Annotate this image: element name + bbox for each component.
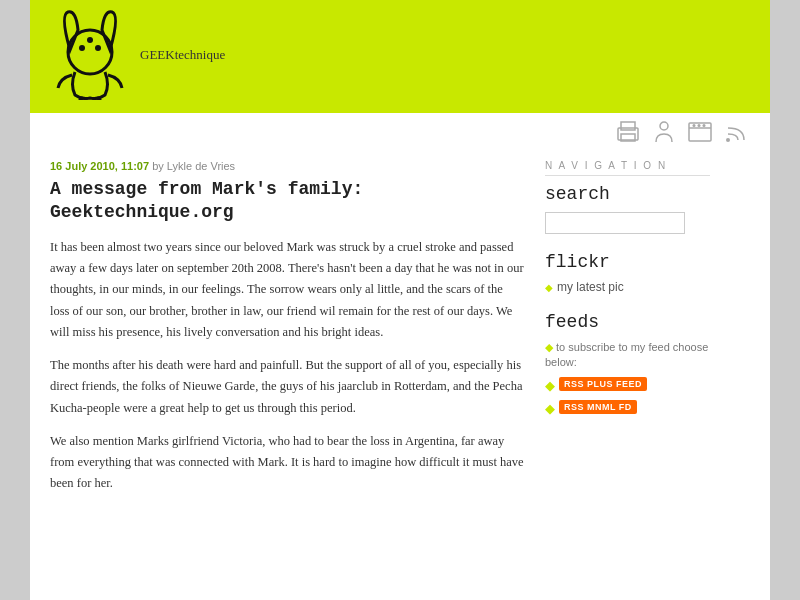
right-sidebar xyxy=(730,160,750,507)
feed-icon[interactable] xyxy=(722,118,750,146)
search-widget: search xyxy=(545,184,710,234)
site-header: GEEKtechnique xyxy=(30,0,770,110)
post-paragraph-1: It has been almost two years since our b… xyxy=(50,237,525,343)
person-icon[interactable] xyxy=(650,118,678,146)
svg-point-13 xyxy=(726,138,730,142)
feed-mini-badge[interactable]: RSS MNML FD xyxy=(559,400,637,414)
post-body: It has been almost two years since our b… xyxy=(50,237,525,495)
svg-point-11 xyxy=(698,124,701,127)
post-author: Lykle de Vries xyxy=(167,160,235,172)
diamond-icon-feeds: ◆ xyxy=(545,341,553,353)
svg-point-3 xyxy=(87,37,93,43)
main-content: 16 July 2010, 11:07 by Lykle de Vries A … xyxy=(50,160,525,507)
post-by: by xyxy=(152,160,164,172)
svg-rect-5 xyxy=(621,122,635,130)
post-title: A message from Mark's family: Geektechni… xyxy=(50,178,525,225)
feed-plus-badge[interactable]: RSS PLUS FEED xyxy=(559,377,647,391)
nav-section-title: N A V I G A T I O N xyxy=(545,160,710,176)
post-meta: 16 July 2010, 11:07 by Lykle de Vries xyxy=(50,160,525,172)
flickr-link-row: ◆ my latest pic xyxy=(545,280,710,294)
svg-point-2 xyxy=(95,45,101,51)
post-paragraph-3: We also mention Marks girlfriend Victori… xyxy=(50,431,525,495)
printer-icon[interactable] xyxy=(614,118,642,146)
search-input[interactable] xyxy=(545,212,685,234)
feeds-widget: feeds ◆ to subscribe to my feed choose b… xyxy=(545,312,710,418)
diamond-icon-plus: ◆ xyxy=(545,378,555,393)
feeds-heading: feeds xyxy=(545,312,710,332)
svg-point-10 xyxy=(693,124,696,127)
post-paragraph-2: The months after his death were hard and… xyxy=(50,355,525,419)
sidebar: N A V I G A T I O N search flickr ◆ my l… xyxy=(545,160,710,507)
svg-point-0 xyxy=(68,30,112,74)
site-logo-icon xyxy=(50,10,130,100)
flickr-link[interactable]: my latest pic xyxy=(557,280,624,294)
post-date: 16 July 2010, 11:07 xyxy=(50,160,149,172)
icons-bar xyxy=(30,110,770,150)
settings-icon[interactable] xyxy=(686,118,714,146)
flickr-heading: flickr xyxy=(545,252,710,272)
svg-point-12 xyxy=(703,124,706,127)
feed-mini-row: ◆ RSS MNML FD xyxy=(545,400,710,418)
site-title: GEEKtechnique xyxy=(140,47,225,63)
feeds-description: ◆ to subscribe to my feed choose below: xyxy=(545,340,710,371)
search-heading: search xyxy=(545,184,710,204)
diamond-icon-mini: ◆ xyxy=(545,401,555,416)
svg-point-7 xyxy=(660,122,668,130)
flickr-widget: flickr ◆ my latest pic xyxy=(545,252,710,294)
diamond-icon: ◆ xyxy=(545,282,553,293)
feed-plus-row: ◆ RSS PLUS FEED xyxy=(545,377,710,395)
svg-point-1 xyxy=(79,45,85,51)
